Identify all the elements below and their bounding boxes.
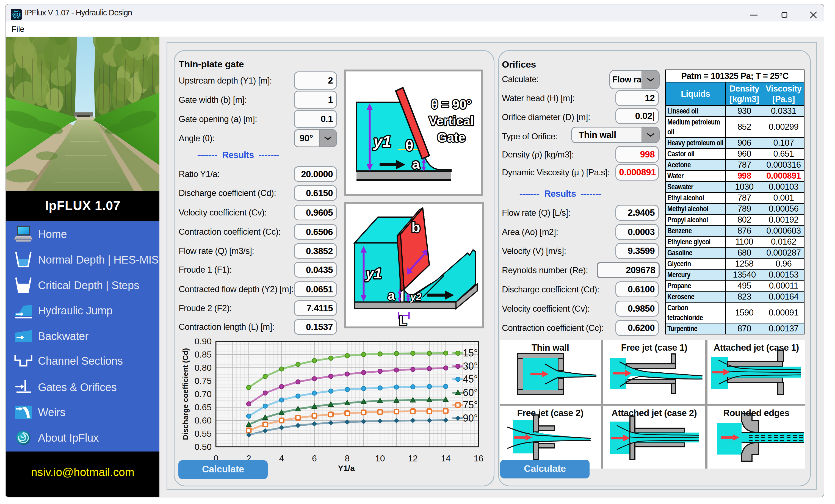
- svg-text:b: b: [411, 219, 420, 235]
- svg-text:Discharge coefficient (Cd): Discharge coefficient (Cd): [181, 348, 190, 440]
- svg-text:0.85: 0.85: [195, 349, 212, 360]
- svg-text:14: 14: [441, 453, 451, 463]
- svg-text:Gate: Gate: [437, 130, 465, 144]
- svg-text:6: 6: [312, 453, 317, 463]
- svg-text:y2: y2: [410, 291, 421, 303]
- svg-text:15°: 15°: [463, 347, 478, 359]
- svg-text:0.50: 0.50: [195, 442, 212, 452]
- svg-text:θ: θ: [405, 137, 413, 154]
- svg-text:75°: 75°: [463, 399, 478, 410]
- svg-text:a: a: [388, 288, 395, 303]
- svg-text:30°: 30°: [463, 361, 478, 372]
- svg-text:Vertical: Vertical: [429, 114, 474, 128]
- svg-text:0.60: 0.60: [195, 416, 212, 425]
- svg-text:a: a: [412, 156, 420, 172]
- svg-text:16: 16: [473, 453, 484, 463]
- svg-text:y1: y1: [373, 132, 391, 150]
- svg-text:10: 10: [375, 453, 385, 463]
- svg-text:Y1/a: Y1/a: [338, 464, 355, 473]
- svg-text:4: 4: [279, 453, 284, 463]
- svg-text:0.75: 0.75: [195, 376, 212, 386]
- svg-text:L: L: [399, 314, 407, 326]
- svg-text:0.65: 0.65: [195, 402, 212, 412]
- svg-text:θ = 90°: θ = 90°: [431, 97, 472, 112]
- svg-text:0.80: 0.80: [195, 363, 212, 372]
- svg-text:90°: 90°: [463, 412, 478, 424]
- svg-text:0.55: 0.55: [195, 429, 212, 439]
- svg-text:45°: 45°: [463, 374, 478, 385]
- svg-text:0.90: 0.90: [195, 339, 212, 346]
- svg-text:y1: y1: [365, 265, 382, 281]
- svg-text:0.70: 0.70: [195, 389, 212, 399]
- svg-text:12: 12: [408, 453, 418, 463]
- svg-text:60°: 60°: [463, 387, 478, 398]
- svg-text:8: 8: [345, 453, 350, 463]
